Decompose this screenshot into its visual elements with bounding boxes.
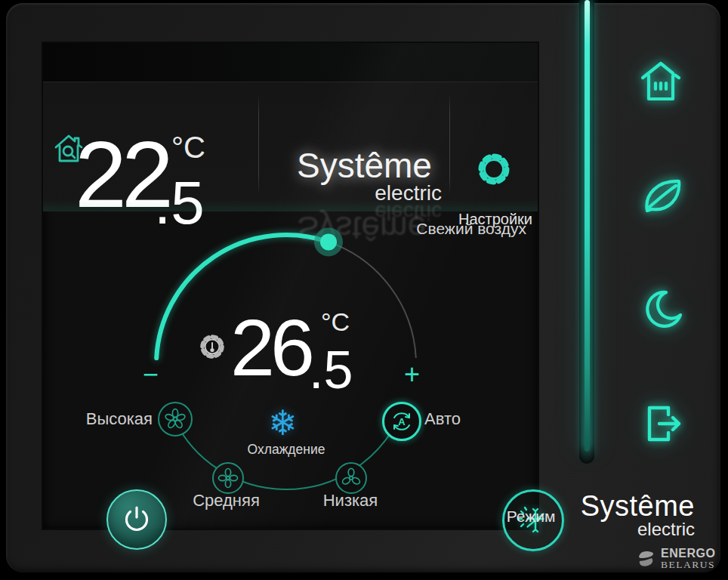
header-divider-left [258,94,259,196]
fan-speed-low-button[interactable] [335,462,367,494]
watermark-line1: ENERGO [661,548,715,560]
cooling-snowflake-icon: ❄ [268,406,298,440]
brand-logo-primary: Systême [297,145,444,186]
fan-speed-low-label[interactable]: Низкая [309,491,392,511]
brand-logo-footer: Systême electric [559,492,695,538]
mode-button-label[interactable]: Режим [493,508,569,526]
moon-night-icon[interactable] [643,288,684,329]
gear-icon[interactable] [471,147,517,192]
svg-text:A: A [398,416,406,427]
setpoint-thermostat-icon [194,329,230,365]
active-mode-label: Охлаждение [233,442,339,458]
thermostat-device: 22 .5 °C Systême electric electric Systê… [0,0,728,580]
fan-speed-high-button[interactable] [158,402,193,437]
brand-logo-primary: Systême [559,492,695,520]
watermark: ENERGO BELARUS [636,548,715,570]
fan-speed-high-label[interactable]: Высокая [73,409,153,429]
room-temperature-unit: °C [171,132,205,162]
touch-screen: 22 .5 °C Systême electric electric Systê… [43,43,538,529]
screen-top-strip [43,43,538,82]
power-button[interactable] [106,489,167,550]
fan-icon [164,408,187,430]
exit-icon[interactable] [640,402,684,446]
fan-auto-icon: A [389,409,415,434]
dial-handle[interactable] [320,233,337,250]
decrease-temp-button[interactable]: − [143,359,159,390]
fan-icon [217,467,239,489]
energo-logo-icon [636,549,657,569]
fan-icon [341,467,362,489]
home-icon[interactable] [637,59,684,106]
brand-logo-secondary: electric [559,520,695,538]
watermark-line2: BELARUS [661,560,715,570]
brand-logo-secondary: electric [297,181,442,205]
power-icon [121,504,153,535]
leaf-eco-icon[interactable] [640,174,684,218]
setpoint-value: 26 [230,307,310,387]
setpoint-unit: °C [321,309,350,335]
glow-strip [585,0,590,452]
fan-speed-medium-label[interactable]: Средняя [183,491,270,511]
header-bar: 22 .5 °C Systême electric electric Systê… [43,82,538,211]
increase-temp-button[interactable]: + [404,359,420,390]
header-divider-right [449,94,450,196]
fan-speed-auto-label[interactable]: Авто [424,409,500,429]
fan-speed-auto-button[interactable]: A [382,402,421,441]
setpoint-decimal: .5 [309,344,353,396]
fan-speed-medium-button[interactable] [212,462,244,494]
